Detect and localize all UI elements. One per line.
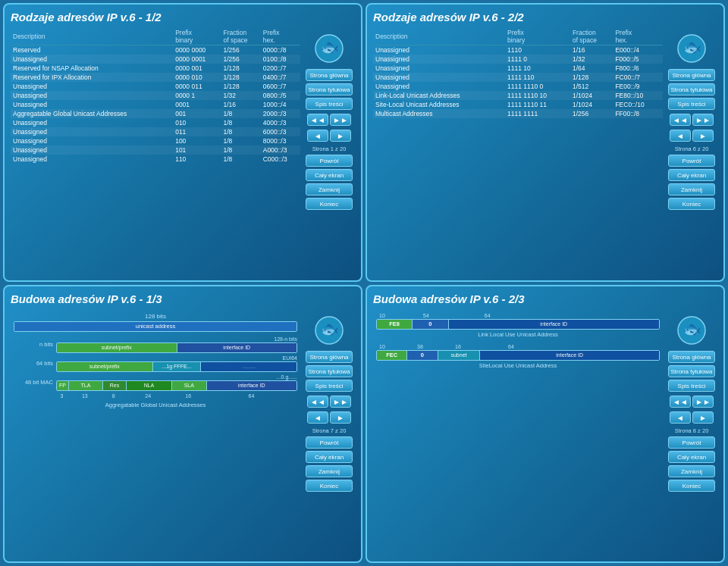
- btn-powrot-3[interactable]: Powrót: [306, 436, 353, 449]
- svg-text:🐟: 🐟: [682, 320, 701, 338]
- table-cell: 4000::/3: [261, 118, 300, 127]
- btn-next-3b[interactable]: ►: [330, 411, 351, 424]
- col-description-2: Description: [373, 28, 505, 45]
- table-cell: Aggregatable Global Unicast Addresses: [11, 109, 173, 118]
- ll-bit-10: 10: [379, 313, 423, 318]
- btn-prev-1[interactable]: ◄◄: [307, 114, 328, 126]
- btn-koniec-3[interactable]: Koniec: [306, 480, 353, 492]
- btn-caly-ekran-1[interactable]: Cały ekran: [306, 169, 353, 181]
- btn-prev-3b[interactable]: ◄: [307, 411, 328, 424]
- eui64-label: EUI64: [283, 355, 297, 361]
- table-cell: FF00::/8: [613, 109, 663, 118]
- table-row: Unassigned1111 1110 01/512FE00::/9: [373, 82, 663, 91]
- panel-bottom-right: Budowa adresów IP v.6 - 2/3 10 54 64 FE8…: [366, 285, 725, 564]
- btn-spis-tresci-2[interactable]: Spis treści: [668, 98, 715, 110]
- panel-bottom-left-content: Budowa adresów IP v.6 - 1/3 128 bits uni…: [11, 292, 300, 556]
- btn-next-1b[interactable]: ►: [330, 130, 351, 142]
- btn-strona-tytulowa-2[interactable]: Strona tytułowa: [668, 83, 715, 95]
- table-cell: Unassigned: [11, 118, 173, 127]
- table-cell: FC00::/7: [613, 73, 663, 82]
- table-cell: Unassigned: [373, 73, 505, 82]
- link-local-section: 10 54 64 FE8 0 interface ID Link Local U…: [376, 313, 660, 338]
- btn-prev-3[interactable]: ◄◄: [307, 396, 328, 408]
- btn-next-3[interactable]: ►►: [330, 396, 351, 408]
- nav-icon-3: 🐟: [314, 315, 344, 346]
- btn-prev-4[interactable]: ◄◄: [670, 396, 691, 408]
- btn-prev-2b[interactable]: ◄: [670, 130, 691, 142]
- btn-strona-tytulowa-1[interactable]: Strona tytułowa: [306, 83, 353, 95]
- btn-spis-tresci-1[interactable]: Spis treści: [306, 98, 353, 110]
- btn-powrot-2[interactable]: Powrót: [668, 155, 715, 167]
- btn-zamknij-2[interactable]: Zamknij: [668, 183, 715, 195]
- table-row: Unassigned0000 0111/1280600::/7: [11, 82, 300, 91]
- table-cell: 1/128: [570, 73, 613, 82]
- table-cell: 0000 011: [173, 82, 221, 91]
- btn-koniec-4[interactable]: Koniec: [668, 480, 715, 492]
- table-cell: 1/256: [570, 109, 613, 118]
- nav-arrows-1b: ◄ ►: [307, 130, 351, 142]
- seg-interface: interface ID: [207, 381, 297, 390]
- btn-powrot-1[interactable]: Powrót: [306, 155, 353, 167]
- table-cell: 1111 1110 10: [505, 91, 570, 100]
- nbits-bar: subnet/prefix interface ID: [56, 342, 297, 353]
- btn-koniec-1[interactable]: Koniec: [306, 198, 353, 210]
- table-cell: 1/64: [570, 64, 613, 73]
- btn-caly-ekran-2[interactable]: Cały ekran: [668, 169, 715, 181]
- table-cell: 1/32: [221, 91, 260, 100]
- btn-prev-2[interactable]: ◄◄: [670, 114, 691, 126]
- btn-next-2[interactable]: ►►: [692, 114, 714, 126]
- sl-bit-38: 38: [417, 344, 455, 349]
- table-cell: 1/16: [570, 45, 613, 55]
- btn-strona-tytulowa-3[interactable]: Strona tytułowa: [306, 365, 353, 377]
- ll-seg-fe8: FE8: [377, 320, 413, 329]
- btn-strona-glowna-3[interactable]: Strona główna: [306, 351, 353, 363]
- btn-strona-glowna-2[interactable]: Strona główna: [668, 69, 715, 81]
- btn-caly-ekran-3[interactable]: Cały ekran: [306, 451, 353, 463]
- table-cell: Unassigned: [373, 82, 505, 91]
- table-cell: Unassigned: [373, 45, 505, 55]
- ll-bit-54: 54: [423, 313, 485, 318]
- panel-top-left: Rodzaje adresów IP v.6 - 1/2 Description…: [3, 3, 362, 282]
- panel-top-right: Rodzaje adresów IP v.6 - 2/2 Description…: [366, 3, 725, 282]
- 48bit-right-label: ...0.g......: [277, 374, 297, 380]
- table-cell: 0200::/7: [261, 64, 300, 73]
- nbits-subnet: subnet/prefix: [57, 343, 177, 352]
- table-cell: FE80::/10: [613, 91, 663, 100]
- seg-sla: SLA: [172, 381, 206, 390]
- btn-next-2b[interactable]: ►: [692, 130, 714, 142]
- btn-next-4[interactable]: ►►: [692, 396, 714, 408]
- btn-strona-glowna-4[interactable]: Strona główna: [668, 351, 715, 363]
- btn-strona-tytulowa-4[interactable]: Strona tytułowa: [668, 365, 715, 377]
- 48bit-bar-wrapper: ...0.g...... FP TLA Res NLA SLA interfac…: [56, 374, 297, 391]
- btn-next-1[interactable]: ►►: [330, 114, 351, 126]
- btn-zamknij-4[interactable]: Zamknij: [668, 465, 715, 477]
- 64bits-dots: .........: [201, 362, 297, 371]
- 48bit-top-labels: ...0.g......: [56, 374, 297, 380]
- table-cell: 1111 1110 11: [505, 100, 570, 109]
- btn-zamknij-3[interactable]: Zamknij: [306, 465, 353, 477]
- table-row: Aggregatable Global Unicast Addresses001…: [11, 109, 300, 118]
- btn-koniec-2[interactable]: Koniec: [668, 198, 715, 210]
- nbits-row: n bits 128-n bits subnet/prefix interfac…: [14, 336, 297, 353]
- nav-arrows-2: ◄◄ ►►: [670, 114, 714, 126]
- btn-powrot-4[interactable]: Powrót: [668, 436, 715, 449]
- btn-spis-tresci-4[interactable]: Spis treści: [668, 380, 715, 392]
- table-cell: Unassigned: [11, 55, 173, 64]
- btn-strona-glowna-1[interactable]: Strona główna: [306, 69, 353, 81]
- btn-caly-ekran-4[interactable]: Cały ekran: [668, 451, 715, 463]
- num-13: 13: [67, 393, 102, 399]
- ll-bit-64: 64: [485, 313, 660, 318]
- table-cell: 1/256: [221, 45, 260, 55]
- seg-fp: FP: [57, 381, 69, 390]
- nav-arrows-2b: ◄ ►: [670, 130, 714, 142]
- table-row: Site-Local Unicast Addresses1111 1110 11…: [373, 100, 663, 109]
- btn-next-4b[interactable]: ►: [692, 411, 714, 424]
- btn-prev-1b[interactable]: ◄: [307, 130, 328, 142]
- btn-spis-tresci-3[interactable]: Spis treści: [306, 380, 353, 392]
- sl-bit-10: 10: [379, 344, 417, 349]
- table-cell: 1/8: [221, 136, 260, 145]
- btn-zamknij-1[interactable]: Zamknij: [306, 183, 353, 195]
- num-3: 3: [56, 393, 67, 399]
- table-cell: 6000::/3: [261, 127, 300, 136]
- btn-prev-4b[interactable]: ◄: [670, 411, 691, 424]
